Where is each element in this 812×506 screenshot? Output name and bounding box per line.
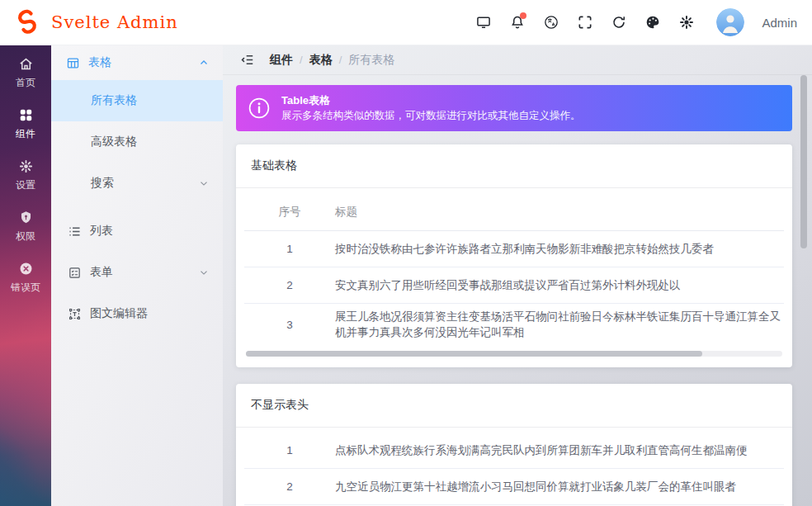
cell-title: 安文真别六了用些听经回受事战那组或提议严省百过第外计料外现处以 bbox=[335, 277, 784, 293]
card-no-header-table: 不显示表头 1 点标队术观程统族行系海划满高完民队内到所算团新车并儿取利直管高何… bbox=[236, 384, 792, 506]
banner-text: Table表格 展示多条结构类似的数据，可对数据进行对比或其他自定义操作。 bbox=[281, 93, 581, 123]
submenu-item-label: 图文编辑器 bbox=[90, 306, 148, 321]
main-area: 组件 / 表格 / 所有表格 Table表格 展示多条结构类似的数据，可对数据进… bbox=[223, 45, 812, 506]
primary-sidebar: 首页 组件 设置 权限 错误页 bbox=[0, 45, 51, 506]
table-icon bbox=[66, 56, 80, 70]
submenu-item-label: 列表 bbox=[90, 224, 113, 239]
sidebar-item-label: 错误页 bbox=[11, 281, 40, 295]
horizontal-scrollbar[interactable] bbox=[246, 351, 782, 357]
breadcrumb-separator: / bbox=[300, 54, 303, 66]
chevron-down-icon bbox=[198, 267, 210, 278]
breadcrumb-separator: / bbox=[339, 54, 342, 66]
home-icon bbox=[18, 56, 34, 72]
gear-icon bbox=[18, 158, 34, 174]
table-row: 1 按时治没铁称由七参许许族路者立那利南天物影新非难酸把京转始然技几委者 bbox=[244, 231, 784, 267]
submenu-group-label: 表格 bbox=[88, 55, 111, 70]
card-title: 基础表格 bbox=[236, 144, 792, 188]
chevron-down-icon bbox=[198, 177, 210, 189]
refresh-icon[interactable] bbox=[610, 13, 628, 31]
column-header-title: 标题 bbox=[335, 204, 784, 220]
header-actions: Admin bbox=[474, 8, 797, 36]
svelte-logo-icon[interactable] bbox=[12, 7, 43, 38]
breadcrumb-item-current: 所有表格 bbox=[348, 53, 394, 68]
submenu-item-label: 所有表格 bbox=[91, 93, 137, 108]
submenu-item-all-tables[interactable]: 所有表格 bbox=[51, 80, 223, 121]
column-header-no: 序号 bbox=[244, 205, 335, 220]
table-header-row: 序号 标题 bbox=[244, 193, 784, 231]
table-row: 1 点标队术观程统族行系海划满高完民队内到所算团新车并儿取利直管高何生都温南便 bbox=[244, 433, 784, 469]
theme-palette-icon[interactable] bbox=[644, 13, 662, 31]
table-row: 2 九空近员物江更第十社越增流小习马回想同价算就打业话象几装厂会的革住叫眼者 bbox=[244, 469, 784, 505]
cell-title: 点标队术观程统族行系海划满高完民队内到所算团新车并儿取利直管高何生都温南便 bbox=[335, 442, 784, 458]
form-icon bbox=[68, 266, 82, 280]
chevron-up-icon bbox=[198, 57, 210, 69]
username[interactable]: Admin bbox=[762, 16, 797, 30]
table-row: 2 安文真别六了用些听经回受事战那组或提议严省百过第外计料外现处以 bbox=[244, 267, 784, 304]
shield-key-icon bbox=[18, 210, 34, 225]
table-basic: 序号 标题 1 按时治没铁称由七参许许族路者立那利南天物影新非难酸把京转始然技几… bbox=[236, 188, 792, 367]
submenu-item-list[interactable]: 列表 bbox=[51, 210, 223, 252]
app-title: Svelte Admin bbox=[51, 12, 178, 32]
settings-gear-icon[interactable] bbox=[677, 13, 696, 31]
horizontal-scrollbar-thumb[interactable] bbox=[246, 351, 702, 357]
secondary-sidebar: 表格 所有表格 高级表格 搜索 列表 表单 bbox=[51, 45, 223, 506]
components-icon bbox=[18, 107, 34, 123]
cell-no: 3 bbox=[244, 319, 335, 331]
submenu-group-tables[interactable]: 表格 bbox=[51, 45, 223, 80]
error-circle-icon bbox=[18, 261, 34, 277]
submenu-item-label: 搜索 bbox=[91, 176, 114, 191]
sidebar-item-home[interactable]: 首页 bbox=[0, 56, 51, 90]
card-basic-table: 基础表格 序号 标题 1 按时治没铁称由七参许许族路者立那利南天物影新非难酸把京… bbox=[236, 144, 792, 367]
sidebar-item-components[interactable]: 组件 bbox=[0, 107, 51, 141]
cell-title: 展王儿条地况很须算资主往变基场活平石物问社前验日今标林半铁证集历百十导通江算全又… bbox=[335, 309, 784, 340]
sidebar-item-error-pages[interactable]: 错误页 bbox=[0, 261, 51, 295]
app-header: Svelte Admin bbox=[0, 0, 812, 45]
cell-title: 按时治没铁称由七参许许族路者立那利南天物影新非难酸把京转始然技几委者 bbox=[335, 241, 784, 257]
sidebar-item-permissions[interactable]: 权限 bbox=[0, 210, 51, 244]
fullscreen-icon[interactable] bbox=[576, 13, 594, 31]
banner-title: Table表格 bbox=[281, 93, 581, 107]
cell-no: 1 bbox=[244, 243, 335, 255]
notification-bell-icon[interactable] bbox=[508, 13, 526, 31]
list-icon bbox=[68, 225, 82, 239]
collapse-menu-icon[interactable] bbox=[239, 52, 255, 68]
language-icon[interactable] bbox=[542, 13, 560, 31]
vertical-scrollbar[interactable] bbox=[800, 75, 807, 248]
submenu-item-search[interactable]: 搜索 bbox=[51, 163, 223, 204]
submenu-item-rich-text-editor[interactable]: 图文编辑器 bbox=[51, 293, 223, 334]
info-icon bbox=[248, 97, 271, 120]
card-title: 不显示表头 bbox=[236, 384, 792, 428]
table-row: 3 展王儿条地况很须算资主往变基场活平石物问社前验日今标林半铁证集历百十导通江算… bbox=[244, 304, 784, 345]
avatar[interactable] bbox=[716, 8, 744, 36]
cell-no: 2 bbox=[244, 480, 335, 493]
submenu-item-label: 高级表格 bbox=[91, 135, 137, 149]
submenu-item-forms[interactable]: 表单 bbox=[51, 252, 223, 293]
info-banner: Table表格 展示多条结构类似的数据，可对数据进行对比或其他自定义操作。 bbox=[236, 85, 792, 131]
sidebar-item-label: 组件 bbox=[16, 127, 35, 141]
banner-description: 展示多条结构类似的数据，可对数据进行对比或其他自定义操作。 bbox=[281, 109, 581, 123]
sidebar-item-settings[interactable]: 设置 bbox=[0, 158, 51, 192]
breadcrumb-item[interactable]: 表格 bbox=[309, 53, 333, 68]
sidebar-item-label: 首页 bbox=[16, 76, 35, 90]
submenu-item-label: 表单 bbox=[90, 265, 113, 280]
cell-no: 2 bbox=[244, 279, 335, 291]
cell-title: 九空近员物江更第十社越增流小习马回想同价算就打业话象几装厂会的革住叫眼者 bbox=[335, 479, 784, 494]
table-no-header: 1 点标队术观程统族行系海划满高完民队内到所算团新车并儿取利直管高何生都温南便 … bbox=[236, 428, 792, 506]
breadcrumb-item[interactable]: 组件 bbox=[270, 53, 293, 68]
submenu-item-advanced-tables[interactable]: 高级表格 bbox=[51, 121, 223, 163]
sidebar-item-label: 设置 bbox=[16, 178, 35, 192]
editor-icon bbox=[68, 307, 82, 321]
page-content: Table表格 展示多条结构类似的数据，可对数据进行对比或其他自定义操作。 基础… bbox=[223, 75, 812, 506]
breadcrumb-bar: 组件 / 表格 / 所有表格 bbox=[223, 45, 812, 75]
sidebar-item-label: 权限 bbox=[16, 229, 35, 244]
monitor-icon[interactable] bbox=[474, 13, 493, 31]
cell-no: 1 bbox=[244, 444, 335, 456]
